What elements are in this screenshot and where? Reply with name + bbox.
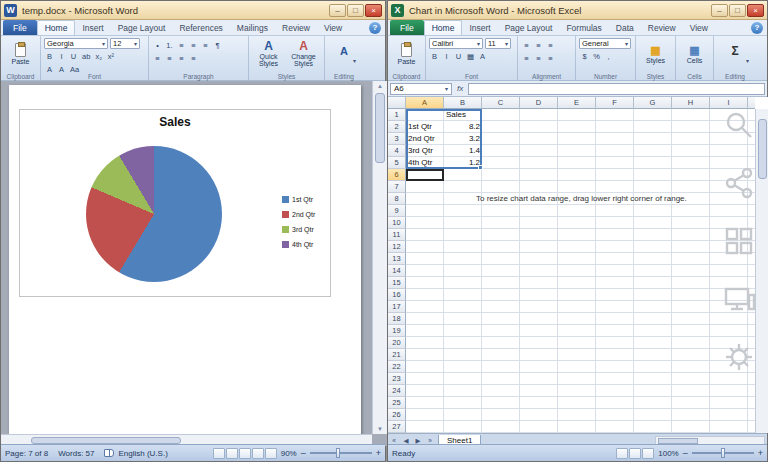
- proofing-icon[interactable]: [104, 449, 114, 457]
- word-document-area[interactable]: Sales 1st Qtr2nd Qtr3rd Qtr4th Qtr ▲ ▼: [1, 81, 387, 446]
- excel-help-icon[interactable]: ?: [751, 22, 763, 34]
- column-header-C[interactable]: C: [482, 97, 520, 109]
- row-header-14[interactable]: 14: [388, 265, 406, 277]
- word-tab-view[interactable]: View: [317, 20, 349, 35]
- select-all-corner[interactable]: [388, 97, 406, 109]
- word-zoom-slider[interactable]: [310, 452, 372, 454]
- row-header-24[interactable]: 24: [388, 385, 406, 397]
- scrollbar-thumb[interactable]: [658, 438, 698, 444]
- scroll-down-icon[interactable]: ▼: [373, 424, 387, 434]
- excel-tab-page-layout[interactable]: Page Layout: [498, 20, 560, 35]
- devices-icon[interactable]: [721, 281, 757, 317]
- excel-view-button-0[interactable]: [616, 448, 628, 459]
- excel-zoom-slider[interactable]: [692, 452, 754, 454]
- column-header-H[interactable]: H: [672, 97, 710, 109]
- row-header-8[interactable]: 8: [388, 193, 406, 205]
- column-header-F[interactable]: F: [596, 97, 634, 109]
- scrollbar-thumb[interactable]: [31, 437, 181, 444]
- row-header-9[interactable]: 9: [388, 205, 406, 217]
- word-vertical-scrollbar[interactable]: ▲ ▼: [372, 81, 387, 434]
- search-icon[interactable]: [721, 107, 757, 143]
- row-header-1[interactable]: 1: [388, 109, 406, 121]
- row-header-17[interactable]: 17: [388, 301, 406, 313]
- row-header-10[interactable]: 10: [388, 217, 406, 229]
- word-view-button-3[interactable]: [252, 448, 264, 459]
- word-font-size-combo[interactable]: 12▾: [110, 38, 140, 49]
- excel-minimize-button[interactable]: –: [711, 4, 728, 17]
- excel-view-button-2[interactable]: [642, 448, 654, 459]
- word-paragraph-button-5[interactable]: ¶: [212, 40, 223, 51]
- excel-tab-insert[interactable]: Insert: [462, 20, 497, 35]
- excel-paste-button[interactable]: Paste: [391, 38, 422, 70]
- column-header-A[interactable]: A: [406, 97, 444, 109]
- row-header-6[interactable]: 6: [388, 169, 406, 181]
- row-header-26[interactable]: 26: [388, 409, 406, 421]
- word-page[interactable]: Sales 1st Qtr2nd Qtr3rd Qtr4th Qtr: [9, 85, 361, 437]
- word-tab-review[interactable]: Review: [275, 20, 317, 35]
- scroll-up-icon[interactable]: ▲: [373, 81, 387, 91]
- word-tab-page-layout[interactable]: Page Layout: [111, 20, 173, 35]
- zoom-out-icon[interactable]: –: [683, 449, 688, 458]
- excel-titlebar[interactable]: X Chart in Microsoft Word - Microsoft Ex…: [388, 1, 767, 20]
- excel-tab-view[interactable]: View: [683, 20, 715, 35]
- word-font-button-3[interactable]: ab: [80, 51, 92, 62]
- excel-font-button-1[interactable]: I: [441, 51, 452, 62]
- cell-A3[interactable]: 2nd Qtr: [406, 133, 444, 145]
- word-paragraph-button-0[interactable]: •: [152, 40, 163, 51]
- word-quick-styles-button[interactable]: A Quick Styles: [252, 38, 285, 67]
- zoom-in-icon[interactable]: +: [376, 449, 381, 458]
- row-header-27[interactable]: 27: [388, 421, 406, 433]
- row-header-13[interactable]: 13: [388, 253, 406, 265]
- embedded-pie-chart[interactable]: Sales 1st Qtr2nd Qtr3rd Qtr4th Qtr: [19, 109, 331, 297]
- row-header-23[interactable]: 23: [388, 373, 406, 385]
- word-paragraph-button-4[interactable]: ≡: [200, 40, 211, 51]
- excel-file-tab[interactable]: File: [390, 20, 424, 35]
- word-paragraph-button-b-3[interactable]: ≡: [188, 53, 199, 64]
- row-header-21[interactable]: 21: [388, 349, 406, 361]
- name-box[interactable]: A6▾: [390, 83, 452, 95]
- excel-align-button-0[interactable]: ≡: [521, 40, 532, 51]
- word-maximize-button[interactable]: □: [347, 4, 364, 17]
- excel-align-button-2[interactable]: ≡: [545, 40, 556, 51]
- excel-number-button-1[interactable]: %: [591, 51, 602, 62]
- column-header-D[interactable]: D: [520, 97, 558, 109]
- excel-align-button-b-0[interactable]: ≡: [521, 53, 532, 64]
- excel-font-name-combo[interactable]: Calibri▾: [429, 38, 483, 49]
- column-header-B[interactable]: B: [444, 97, 482, 109]
- fx-icon[interactable]: fx: [457, 84, 463, 93]
- excel-font-button-4[interactable]: A: [477, 51, 488, 62]
- row-header-3[interactable]: 3: [388, 133, 406, 145]
- zoom-in-icon[interactable]: +: [758, 449, 763, 458]
- column-header-G[interactable]: G: [634, 97, 672, 109]
- excel-font-button-3[interactable]: ▦: [465, 51, 476, 62]
- excel-align-button-1[interactable]: ≡: [533, 40, 544, 51]
- word-font-name-combo[interactable]: Georgia▾: [44, 38, 108, 49]
- cells-grid[interactable]: To resize chart data range, drag lower r…: [406, 109, 755, 433]
- excel-close-button[interactable]: ×: [747, 4, 764, 17]
- row-header-20[interactable]: 20: [388, 337, 406, 349]
- excel-tab-data[interactable]: Data: [609, 20, 641, 35]
- word-font-button-5[interactable]: x²: [105, 51, 116, 62]
- word-close-button[interactable]: ×: [365, 4, 382, 17]
- number-format-combo[interactable]: General▾: [579, 38, 631, 49]
- excel-styles-button[interactable]: ▦ Styles: [639, 38, 672, 70]
- word-font-button-4[interactable]: x₂: [93, 51, 104, 62]
- word-view-button-2[interactable]: [239, 448, 251, 459]
- word-font-button-2[interactable]: U: [68, 51, 79, 62]
- word-help-icon[interactable]: ?: [369, 22, 381, 34]
- cell-B4[interactable]: 1.4: [444, 145, 482, 157]
- word-tab-mailings[interactable]: Mailings: [230, 20, 275, 35]
- row-header-11[interactable]: 11: [388, 229, 406, 241]
- row-header-25[interactable]: 25: [388, 397, 406, 409]
- row-header-16[interactable]: 16: [388, 289, 406, 301]
- word-change-styles-button[interactable]: A Change Styles: [287, 38, 320, 67]
- excel-font-size-combo[interactable]: 11▾: [485, 38, 511, 49]
- excel-font-button-0[interactable]: B: [429, 51, 440, 62]
- word-paragraph-button-3[interactable]: ≡: [188, 40, 199, 51]
- autosum-button[interactable]: Σ ▾: [717, 38, 753, 70]
- excel-cells-button[interactable]: ▦ Cells: [679, 38, 710, 70]
- scrollbar-thumb[interactable]: [375, 93, 385, 163]
- word-editing-button[interactable]: A ▾: [328, 38, 360, 70]
- excel-tab-formulas[interactable]: Formulas: [559, 20, 608, 35]
- settings-icon[interactable]: [721, 339, 757, 375]
